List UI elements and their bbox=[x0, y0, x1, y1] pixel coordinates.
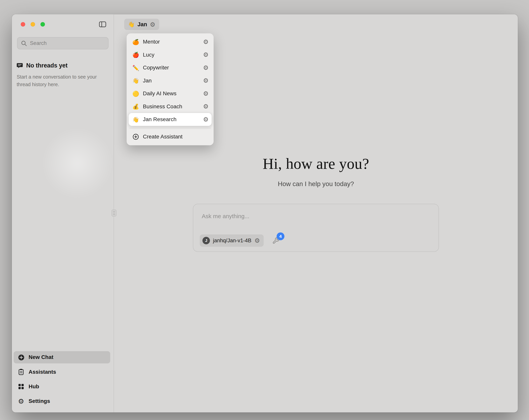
composer-toolbar: J janhq/Jan-v1-4B ⚙ 4 bbox=[200, 234, 280, 247]
gear-icon[interactable]: ⚙ bbox=[203, 78, 209, 84]
gear-icon[interactable]: ⚙ bbox=[203, 116, 209, 123]
sidebar-item-label: Assistants bbox=[28, 369, 56, 375]
assistant-menu-item[interactable]: 🟡 Daily AI News ⚙ bbox=[129, 87, 212, 100]
main-area: 👋 Jan ⚙ 🍊 Mentor ⚙ 🍎 Lucy ⚙ ✏️ Copywrite… bbox=[114, 14, 518, 413]
gear-icon[interactable]: ⚙ bbox=[203, 52, 209, 58]
assistant-menu-item-label: Lucy bbox=[143, 52, 200, 58]
sidebar-item-label: Settings bbox=[28, 398, 50, 405]
zoom-button[interactable] bbox=[40, 22, 45, 27]
greeting-subtitle: How can I help you today? bbox=[114, 180, 518, 188]
assistant-menu-item-label: Jan bbox=[143, 78, 200, 84]
sidebar-item-label: New Chat bbox=[28, 354, 53, 361]
clipboard-icon bbox=[18, 368, 25, 375]
assistant-emoji-icon: 🟡 bbox=[132, 90, 140, 97]
sidebar-item-settings[interactable]: ⚙ Settings bbox=[13, 395, 110, 407]
gear-icon[interactable]: ⚙ bbox=[203, 65, 209, 71]
sidebar-item-new-chat[interactable]: New Chat bbox=[13, 351, 110, 363]
assistant-menu-item-label: Daily AI News bbox=[143, 91, 200, 97]
assistant-emoji-icon: 👋 bbox=[132, 116, 140, 123]
assistant-menu-item-label: Business Coach bbox=[143, 103, 200, 110]
assistant-emoji-icon: ✏️ bbox=[132, 65, 140, 71]
assistant-menu-item-label: Mentor bbox=[143, 39, 200, 45]
minimize-button[interactable] bbox=[31, 22, 35, 27]
sidebar: No threads yet Start a new conversation … bbox=[12, 14, 114, 413]
close-button[interactable] bbox=[21, 22, 25, 27]
gear-icon[interactable]: ⚙ bbox=[203, 91, 209, 97]
assistant-menu-item[interactable]: 👋 Jan ⚙ bbox=[129, 74, 212, 87]
sidebar-nav: New Chat Assistants bbox=[13, 351, 110, 407]
assistant-menu-item-label: Jan Research bbox=[143, 116, 200, 123]
gear-icon[interactable]: ⚙ bbox=[150, 21, 155, 27]
gear-icon[interactable]: ⚙ bbox=[203, 39, 209, 45]
assistant-menu-item[interactable]: 💰 Business Coach ⚙ bbox=[129, 100, 212, 113]
search-input[interactable] bbox=[30, 40, 104, 46]
empty-state-description: Start a new conversation to see your thr… bbox=[17, 73, 101, 88]
sidebar-item-assistants[interactable]: Assistants bbox=[13, 366, 110, 378]
assistant-chip-label: Jan bbox=[137, 21, 147, 27]
search-icon bbox=[21, 40, 27, 46]
gear-icon[interactable]: ⚙ bbox=[203, 103, 209, 110]
assistant-menu-item[interactable]: 🍎 Lucy ⚙ bbox=[129, 48, 212, 61]
gear-icon: ⚙ bbox=[18, 398, 25, 405]
welcome-section: Hi, how are you? How can I help you toda… bbox=[114, 155, 518, 252]
gear-icon[interactable]: ⚙ bbox=[254, 238, 260, 244]
chat-bubble-icon bbox=[16, 62, 23, 69]
tools-button[interactable]: 4 bbox=[272, 236, 280, 244]
grid-icon bbox=[18, 383, 25, 390]
plus-circle-outline-icon bbox=[132, 134, 140, 140]
assistant-menu-item-label: Copywriter bbox=[143, 65, 200, 71]
model-avatar: J bbox=[202, 237, 210, 244]
assistant-emoji-icon: 👋 bbox=[128, 21, 135, 27]
menu-divider bbox=[129, 128, 211, 128]
sidebar-item-hub[interactable]: Hub bbox=[13, 380, 110, 393]
sidebar-resize-handle[interactable] bbox=[112, 210, 117, 217]
create-assistant-button[interactable]: Create Assistant bbox=[129, 130, 212, 143]
assistant-emoji-icon: 👋 bbox=[132, 77, 140, 84]
plus-circle-icon bbox=[18, 354, 25, 361]
assistant-emoji-icon: 🍎 bbox=[132, 52, 140, 58]
titlebar bbox=[12, 14, 114, 34]
model-selector-chip[interactable]: J janhq/Jan-v1-4B ⚙ bbox=[200, 234, 264, 247]
sidebar-toggle-icon[interactable] bbox=[99, 21, 106, 27]
assistant-menu-item-selected[interactable]: 👋 Jan Research ⚙ bbox=[129, 113, 212, 126]
assistant-emoji-icon: 💰 bbox=[132, 103, 140, 110]
decorative-blob bbox=[41, 127, 114, 200]
assistant-menu-item[interactable]: ✏️ Copywriter ⚙ bbox=[129, 61, 212, 74]
chat-input[interactable] bbox=[202, 213, 430, 220]
create-assistant-label: Create Assistant bbox=[143, 134, 209, 140]
window-controls bbox=[21, 22, 45, 27]
chat-composer[interactable]: J janhq/Jan-v1-4B ⚙ 4 bbox=[193, 204, 439, 252]
assistant-emoji-icon: 🍊 bbox=[132, 39, 140, 45]
threads-empty-state: No threads yet Start a new conversation … bbox=[16, 62, 108, 88]
assistant-selector-chip[interactable]: 👋 Jan ⚙ bbox=[124, 19, 159, 30]
greeting-title: Hi, how are you? bbox=[114, 155, 518, 173]
empty-state-title: No threads yet bbox=[26, 62, 68, 69]
assistant-menu-item[interactable]: 🍊 Mentor ⚙ bbox=[129, 35, 212, 48]
desktop: No threads yet Start a new conversation … bbox=[0, 0, 529, 420]
assistant-dropdown-menu: 🍊 Mentor ⚙ 🍎 Lucy ⚙ ✏️ Copywriter ⚙ 👋 Ja… bbox=[127, 33, 214, 146]
app-window: No threads yet Start a new conversation … bbox=[12, 14, 518, 413]
model-name: janhq/Jan-v1-4B bbox=[213, 238, 251, 244]
sidebar-item-label: Hub bbox=[28, 383, 39, 390]
search-field[interactable] bbox=[17, 37, 109, 49]
tools-count-badge: 4 bbox=[277, 232, 284, 240]
